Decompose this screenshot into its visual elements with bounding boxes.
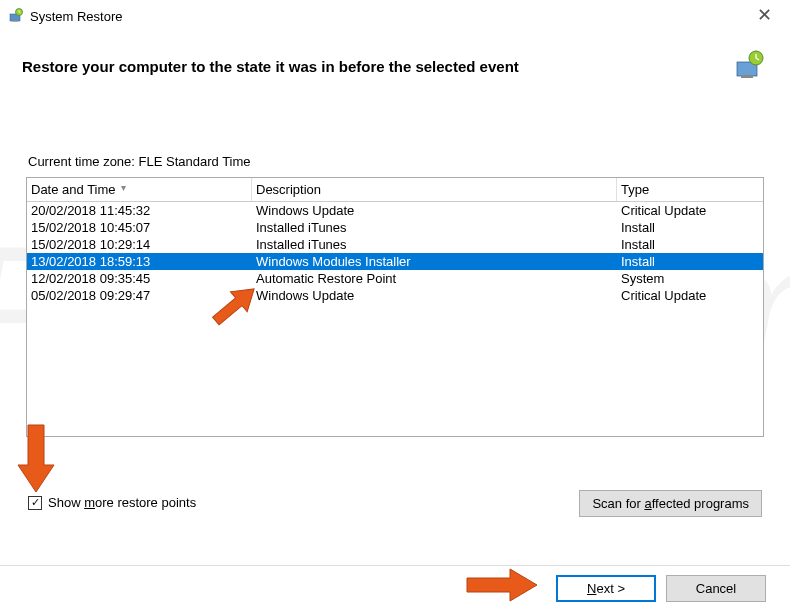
cell-description: Windows Modules Installer bbox=[252, 253, 617, 270]
cell-type: Install bbox=[617, 253, 763, 270]
titlebar: System Restore ✕ bbox=[0, 0, 790, 32]
column-description[interactable]: Description bbox=[252, 178, 617, 201]
table-row[interactable]: 13/02/2018 18:59:13Windows Modules Insta… bbox=[27, 253, 763, 270]
svg-rect-4 bbox=[741, 75, 753, 78]
sort-desc-icon: ▾ bbox=[121, 182, 126, 193]
timezone-label: Current time zone: FLE Standard Time bbox=[0, 94, 790, 177]
cell-type: Critical Update bbox=[617, 287, 763, 304]
table-body: 20/02/2018 11:45:32Windows UpdateCritica… bbox=[27, 202, 763, 304]
column-date-label: Date and Time bbox=[31, 182, 116, 197]
column-date[interactable]: Date and Time ▾ bbox=[27, 178, 252, 201]
show-more-restore-points[interactable]: ✓ Show more restore points bbox=[28, 495, 196, 510]
cell-type: Critical Update bbox=[617, 202, 763, 219]
header: Restore your computer to the state it wa… bbox=[0, 32, 790, 94]
svg-rect-1 bbox=[12, 20, 18, 22]
table-row[interactable]: 15/02/2018 10:45:07Installed iTunesInsta… bbox=[27, 219, 763, 236]
cell-description: Windows Update bbox=[252, 287, 617, 304]
restore-icon bbox=[8, 8, 24, 24]
table-row[interactable]: 05/02/2018 09:29:47Windows UpdateCritica… bbox=[27, 287, 763, 304]
scan-affected-programs-button[interactable]: Scan for affected programs bbox=[579, 490, 762, 517]
cell-description: Installed iTunes bbox=[252, 236, 617, 253]
table-row[interactable]: 12/02/2018 09:35:45Automatic Restore Poi… bbox=[27, 270, 763, 287]
cell-description: Installed iTunes bbox=[252, 219, 617, 236]
cell-date: 12/02/2018 09:35:45 bbox=[27, 270, 252, 287]
table-header: Date and Time ▾ Description Type bbox=[27, 178, 763, 202]
restore-icon-large bbox=[734, 50, 766, 82]
window-title: System Restore bbox=[30, 9, 122, 24]
checkbox-label: Show more restore points bbox=[48, 495, 196, 510]
page-heading: Restore your computer to the state it wa… bbox=[22, 58, 734, 75]
cell-description: Automatic Restore Point bbox=[252, 270, 617, 287]
cell-date: 13/02/2018 18:59:13 bbox=[27, 253, 252, 270]
cell-date: 20/02/2018 11:45:32 bbox=[27, 202, 252, 219]
checkbox-icon[interactable]: ✓ bbox=[28, 496, 42, 510]
cell-type: Install bbox=[617, 219, 763, 236]
cell-date: 15/02/2018 10:29:14 bbox=[27, 236, 252, 253]
close-button[interactable]: ✕ bbox=[749, 4, 780, 26]
cell-type: Install bbox=[617, 236, 763, 253]
table-row[interactable]: 15/02/2018 10:29:14Installed iTunesInsta… bbox=[27, 236, 763, 253]
footer-separator bbox=[0, 565, 790, 566]
next-button[interactable]: Next > bbox=[556, 575, 656, 602]
table-row[interactable]: 20/02/2018 11:45:32Windows UpdateCritica… bbox=[27, 202, 763, 219]
cell-description: Windows Update bbox=[252, 202, 617, 219]
footer-buttons: Next > Cancel bbox=[556, 575, 766, 602]
arrow-annotation bbox=[462, 564, 542, 606]
cell-date: 05/02/2018 09:29:47 bbox=[27, 287, 252, 304]
cell-type: System bbox=[617, 270, 763, 287]
column-type[interactable]: Type bbox=[617, 178, 763, 201]
cell-date: 15/02/2018 10:45:07 bbox=[27, 219, 252, 236]
cancel-button[interactable]: Cancel bbox=[666, 575, 766, 602]
restore-points-table: Date and Time ▾ Description Type 20/02/2… bbox=[26, 177, 764, 437]
